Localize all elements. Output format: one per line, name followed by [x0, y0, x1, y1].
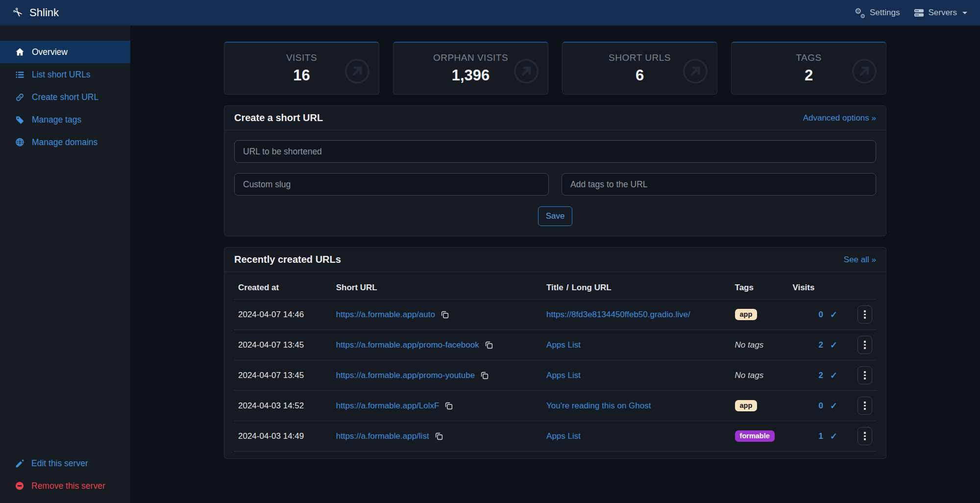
created-at-cell: 2024-04-07 14:46 — [234, 300, 332, 330]
add-tags-input[interactable] — [562, 173, 876, 196]
stat-value: 2 — [805, 67, 813, 84]
copy-icon[interactable] — [485, 341, 493, 349]
col-header-tags: Tags — [731, 275, 789, 300]
minus-circle-icon — [15, 481, 24, 490]
tag-badge: formable — [735, 430, 775, 442]
short-url-link[interactable]: https://a.formable.app/list — [336, 431, 429, 441]
long-url-link[interactable]: https://8fd3e8134450ffeb50.gradio.live/ — [546, 310, 690, 319]
tag-icon — [15, 116, 24, 124]
table-row: 2024-04-03 14:52 https://a.formable.app/… — [234, 391, 876, 421]
top-navbar: ✂ Shlink ⚙⚙ Settings Servers — [0, 0, 980, 25]
row-menu-button[interactable] — [858, 336, 872, 354]
create-card-title: Create a short URL — [234, 112, 323, 124]
globe-icon — [15, 138, 24, 147]
url-to-shorten-input[interactable] — [234, 140, 876, 163]
row-menu-button[interactable] — [858, 366, 872, 384]
visit-count[interactable]: 0 — [818, 310, 823, 320]
server-stack-icon — [914, 9, 924, 17]
arrow-up-right-circle-icon — [513, 57, 540, 87]
sidebar-item-manage-tags[interactable]: Manage tags — [0, 108, 130, 131]
stat-card-orphan-visits[interactable]: ORPHAN VISITS 1,396 — [393, 42, 548, 95]
custom-slug-input[interactable] — [234, 173, 549, 196]
sidebar: Overview List short URLs Create short UR… — [0, 25, 130, 503]
no-tags-label: No tags — [735, 340, 764, 350]
copy-icon[interactable] — [435, 432, 443, 440]
created-at-cell: 2024-04-03 14:52 — [234, 391, 332, 421]
scissors-link-icon: ✂ — [10, 5, 25, 20]
copy-icon[interactable] — [480, 371, 489, 379]
created-at-cell: 2024-04-03 14:49 — [234, 421, 332, 452]
stat-card-short-urls[interactable]: SHORT URLS 6 — [562, 42, 717, 95]
check-icon: ✓ — [830, 310, 837, 319]
visit-count[interactable]: 2 — [818, 371, 823, 380]
recent-card-title: Recently created URLs — [234, 254, 341, 265]
edit-server-button[interactable]: Edit this server — [0, 452, 130, 475]
pencil-icon — [15, 459, 24, 468]
check-icon: ✓ — [830, 432, 837, 441]
row-menu-button[interactable] — [858, 427, 872, 445]
sidebar-item-label: List short URLs — [32, 70, 91, 80]
sidebar-item-label: Create short URL — [32, 92, 98, 102]
stat-card-visits[interactable]: VISITS 16 — [224, 42, 379, 95]
col-header-title-long-url: Title/Long URL — [542, 275, 731, 300]
sidebar-item-overview[interactable]: Overview — [0, 41, 130, 63]
stat-card-tags[interactable]: TAGS 2 — [731, 42, 886, 95]
col-header-created-at: Created at — [234, 275, 332, 300]
sidebar-item-list-short-urls[interactable]: List short URLs — [0, 63, 130, 86]
sidebar-item-label: Manage domains — [32, 137, 98, 148]
short-url-link[interactable]: https://a.formable.app/LolxF — [336, 401, 440, 411]
stat-label: ORPHAN VISITS — [433, 52, 508, 63]
stat-label: TAGS — [796, 52, 821, 63]
short-url-link[interactable]: https://a.formable.app/promo-youtube — [336, 371, 475, 380]
remove-server-button[interactable]: Remove this server — [0, 475, 130, 497]
long-url-link[interactable]: Apps List — [546, 371, 581, 380]
advanced-options-link[interactable]: Advanced options » — [803, 113, 876, 123]
see-all-link[interactable]: See all » — [844, 255, 876, 265]
servers-label: Servers — [928, 8, 957, 18]
row-menu-button[interactable] — [858, 397, 872, 415]
col-header-visits: Visits — [788, 275, 848, 300]
arrow-up-right-circle-icon — [343, 57, 371, 87]
chevron-down-icon — [962, 12, 967, 14]
sidebar-item-label: Overview — [32, 47, 68, 57]
stat-value: 6 — [636, 67, 644, 84]
sidebar-item-create-short-url[interactable]: Create short URL — [0, 86, 130, 108]
sidebar-item-label: Manage tags — [32, 115, 81, 125]
edit-server-label: Edit this server — [31, 458, 88, 469]
servers-dropdown[interactable]: Servers — [914, 8, 967, 18]
settings-menu-item[interactable]: ⚙⚙ Settings — [855, 8, 900, 18]
home-icon — [15, 48, 24, 56]
stat-value: 16 — [293, 67, 310, 84]
table-row: 2024-04-07 14:46 https://a.formable.app/… — [234, 300, 876, 330]
tag-badge: app — [735, 400, 758, 412]
col-header-short-url: Short URL — [332, 275, 542, 300]
visit-count[interactable]: 0 — [818, 401, 823, 411]
created-at-cell: 2024-04-07 13:45 — [234, 360, 332, 391]
short-url-link[interactable]: https://a.formable.app/auto — [336, 310, 435, 320]
check-icon: ✓ — [830, 341, 837, 350]
stat-value: 1,396 — [452, 67, 490, 84]
long-url-link[interactable]: Apps List — [546, 431, 581, 441]
visit-count[interactable]: 2 — [818, 340, 823, 350]
recent-urls-table: Created at Short URL Title/Long URL Tags… — [234, 275, 876, 452]
settings-label: Settings — [870, 8, 900, 18]
sidebar-item-manage-domains[interactable]: Manage domains — [0, 131, 130, 153]
create-short-url-card: Create a short URL Advanced options » Sa… — [224, 105, 886, 236]
check-icon: ✓ — [830, 371, 837, 380]
short-url-link[interactable]: https://a.formable.app/promo-facebook — [336, 340, 479, 350]
stats-row: VISITS 16 ORPHAN VISITS 1,396 SHORT URLS… — [224, 42, 886, 95]
brand[interactable]: ✂ Shlink — [13, 6, 59, 19]
remove-server-label: Remove this server — [31, 481, 105, 491]
long-url-link[interactable]: You're reading this on Ghost — [546, 401, 651, 410]
save-button[interactable]: Save — [538, 206, 573, 226]
visit-count[interactable]: 1 — [818, 431, 823, 441]
created-at-cell: 2024-04-07 13:45 — [234, 330, 332, 360]
arrow-up-right-circle-icon — [682, 57, 709, 87]
long-url-link[interactable]: Apps List — [546, 340, 581, 350]
copy-icon[interactable] — [441, 310, 449, 319]
tag-badge: app — [735, 309, 758, 321]
copy-icon[interactable] — [444, 402, 453, 410]
stat-label: SHORT URLS — [609, 52, 671, 63]
col-header-actions — [848, 275, 876, 300]
row-menu-button[interactable] — [858, 305, 872, 324]
